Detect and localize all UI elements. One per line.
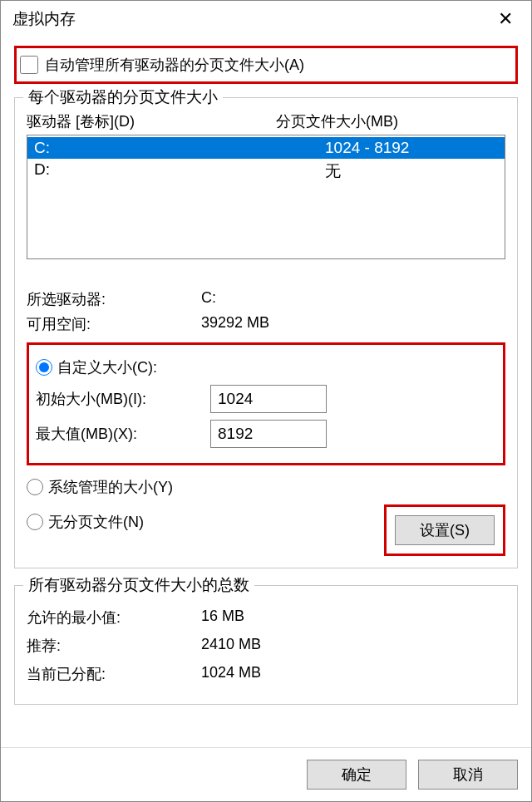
current-alloc-label: 当前已分配: <box>27 664 201 684</box>
custom-size-box: 自定义大小(C): 初始大小(MB)(I): 最大值(MB)(X): <box>27 342 505 465</box>
totals-group: 所有驱动器分页文件大小的总数 允许的最小值: 16 MB 推荐: 2410 MB… <box>14 585 518 705</box>
max-size-label: 最大值(MB)(X): <box>36 424 210 444</box>
system-managed-row: 系统管理的大小(Y) <box>27 477 505 497</box>
drive-row-d[interactable]: D: 无 <box>27 159 505 184</box>
titlebar: 虚拟内存 ✕ <box>1 1 531 37</box>
custom-size-radio[interactable] <box>36 359 52 376</box>
dialog-window: 虚拟内存 ✕ 自动管理所有驱动器的分页文件大小(A) 每个驱动器的分页文件大小 … <box>0 0 532 802</box>
recommended-row: 推荐: 2410 MB <box>27 636 505 656</box>
recommended-value: 2410 MB <box>201 636 261 656</box>
no-paging-file-label: 无分页文件(N) <box>48 512 144 532</box>
min-allowed-value: 16 MB <box>201 608 244 627</box>
window-title: 虚拟内存 <box>12 8 76 30</box>
selected-drive-row: 所选驱动器: C: <box>27 289 505 309</box>
set-button-highlight: 设置(S) <box>384 504 505 556</box>
ok-button[interactable]: 确定 <box>307 760 406 790</box>
free-space-value: 39292 MB <box>201 314 505 334</box>
drive-letter: C: <box>34 139 325 157</box>
drive-pagesize: 无 <box>325 160 498 182</box>
drive-pagesize: 1024 - 8192 <box>325 139 498 157</box>
auto-manage-label: 自动管理所有驱动器的分页文件大小(A) <box>45 55 304 75</box>
per-drive-group-title: 每个驱动器的分页文件大小 <box>23 86 223 108</box>
selected-drive-label: 所选驱动器: <box>27 289 201 309</box>
min-allowed-row: 允许的最小值: 16 MB <box>27 608 505 627</box>
auto-manage-checkbox[interactable] <box>20 56 38 74</box>
max-size-input[interactable] <box>210 420 327 448</box>
dialog-button-row: 确定 取消 <box>1 747 531 801</box>
current-alloc-value: 1024 MB <box>201 664 261 684</box>
drive-row-c[interactable]: C: 1024 - 8192 <box>27 137 505 159</box>
custom-size-radio-label: 自定义大小(C): <box>57 357 157 377</box>
free-space-row: 可用空间: 39292 MB <box>27 314 505 334</box>
col-drive-header: 驱动器 [卷标](D) <box>27 111 276 131</box>
recommended-label: 推荐: <box>27 636 201 656</box>
no-paging-file-row: 无分页文件(N) <box>27 512 144 532</box>
no-paging-file-radio[interactable] <box>27 514 43 530</box>
totals-group-title: 所有驱动器分页文件大小的总数 <box>23 574 254 596</box>
system-managed-label: 系统管理的大小(Y) <box>48 477 173 497</box>
per-drive-group: 每个驱动器的分页文件大小 驱动器 [卷标](D) 分页文件大小(MB) C: 1… <box>14 97 518 568</box>
drive-list-headers: 驱动器 [卷标](D) 分页文件大小(MB) <box>27 111 505 131</box>
current-alloc-row: 当前已分配: 1024 MB <box>27 664 505 684</box>
close-icon[interactable]: ✕ <box>490 8 521 30</box>
cancel-button[interactable]: 取消 <box>418 760 518 790</box>
system-managed-radio[interactable] <box>27 479 43 495</box>
drive-letter: D: <box>34 160 325 182</box>
free-space-label: 可用空间: <box>27 314 201 334</box>
auto-manage-row: 自动管理所有驱动器的分页文件大小(A) <box>14 46 518 84</box>
set-button[interactable]: 设置(S) <box>395 515 495 545</box>
initial-size-label: 初始大小(MB)(I): <box>36 389 210 409</box>
min-allowed-label: 允许的最小值: <box>27 608 201 627</box>
drive-listbox[interactable]: C: 1024 - 8192 D: 无 <box>27 135 505 259</box>
initial-size-row: 初始大小(MB)(I): <box>36 385 496 413</box>
initial-size-input[interactable] <box>210 385 327 413</box>
selected-drive-value: C: <box>201 289 505 309</box>
col-pagesize-header: 分页文件大小(MB) <box>276 111 505 131</box>
max-size-row: 最大值(MB)(X): <box>36 420 496 448</box>
custom-size-radio-row: 自定义大小(C): <box>36 357 496 377</box>
content-area: 自动管理所有驱动器的分页文件大小(A) 每个驱动器的分页文件大小 驱动器 [卷标… <box>1 37 531 747</box>
